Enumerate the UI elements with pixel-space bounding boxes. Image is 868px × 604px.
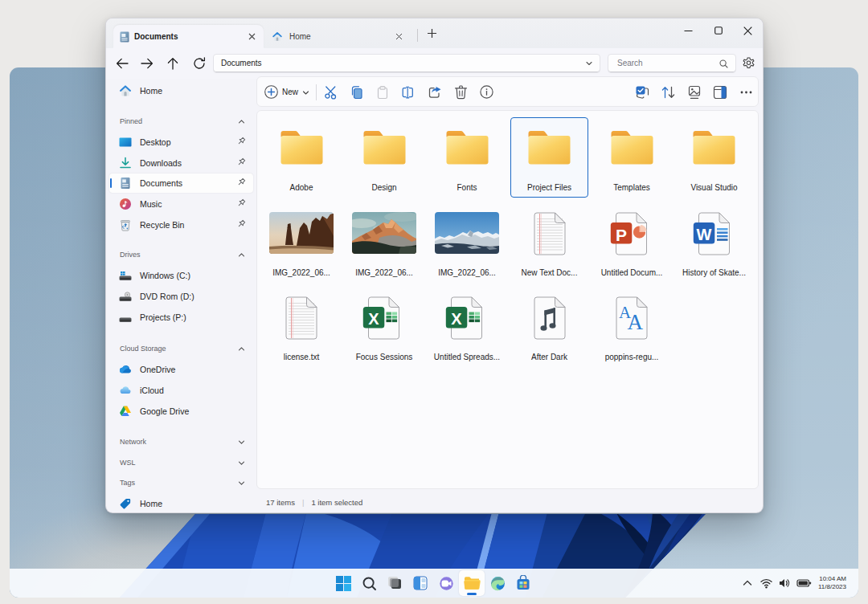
svg-text:X: X xyxy=(451,310,462,328)
svg-text:P: P xyxy=(616,226,627,244)
svg-text:W: W xyxy=(696,226,711,243)
svg-text:A: A xyxy=(628,310,644,334)
svg-text:X: X xyxy=(368,310,379,328)
